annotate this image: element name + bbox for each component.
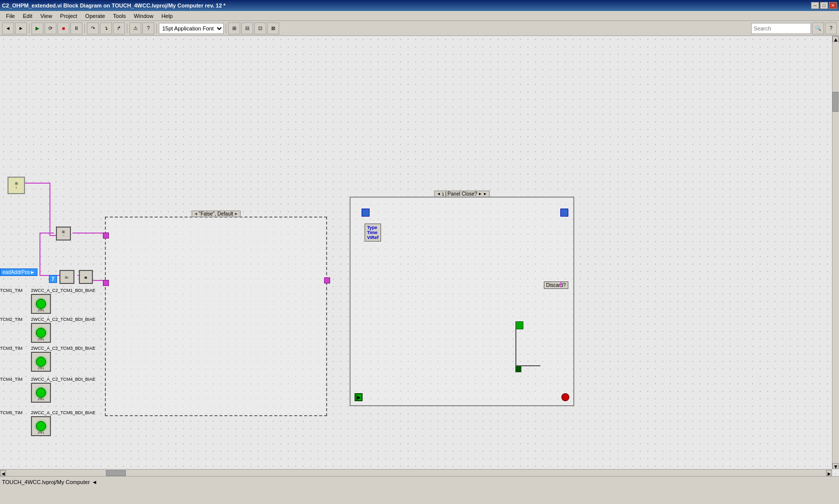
tcm2-led[interactable]: JTFL — [31, 323, 51, 343]
scrollbar-v-thumb[interactable] — [833, 92, 839, 112]
read-addr-label: eadAddrPos► — [0, 268, 37, 276]
tcm3-tim-label: TCM3_TIM — [0, 346, 22, 351]
menu-file[interactable]: File — [2, 12, 19, 20]
pause-button[interactable]: ⏸ — [70, 22, 82, 34]
toolbar-sep-3 — [127, 23, 127, 33]
event-node-tr — [560, 209, 568, 217]
search-button[interactable]: 🔍 — [812, 22, 824, 34]
abort-button[interactable]: ■ — [57, 22, 69, 34]
event-structure[interactable]: ◄ 1 | Panel Close? ► ► Type Time VIRef D… — [350, 197, 574, 406]
tcm3-led-circle — [36, 357, 46, 367]
tcm3-led[interactable]: JTFL — [31, 352, 51, 372]
close-button[interactable]: ✕ — [829, 2, 837, 9]
menu-tools[interactable]: Tools — [109, 12, 130, 20]
event-data-box: Type Time VIRef — [365, 224, 381, 242]
case-structure[interactable]: ◄ "False", Default ► — [105, 217, 327, 416]
title-bar: C2_OHPM_extended.vi Block Diagram on TOU… — [0, 0, 839, 11]
vertical-scrollbar[interactable]: ▲ ▼ — [832, 36, 839, 469]
run-button[interactable]: ▶ — [31, 22, 43, 34]
case-left-tunnel-1 — [103, 233, 109, 239]
context-help-button[interactable]: ? — [142, 22, 154, 34]
block-diagram-canvas[interactable]: ⊞↕ ◄ "False", Default ► ⊞ → eadAddrPos► … — [0, 36, 839, 488]
window-title: C2_OHPM_extended.vi Block Diagram on TOU… — [2, 2, 226, 8]
title-controls: ─ □ ✕ — [811, 2, 837, 9]
event-left-icon: ◄ — [437, 192, 441, 196]
tcm1-led-circle — [36, 299, 46, 309]
minimize-button[interactable]: ─ — [811, 2, 819, 9]
distribute-button[interactable]: ⊟ — [241, 22, 253, 34]
status-sep: ◄ — [92, 479, 97, 485]
tcm1-led[interactable]: JTFL — [31, 294, 51, 314]
discard-wire — [560, 281, 561, 287]
stop-indicator[interactable] — [561, 393, 569, 401]
back-button[interactable]: ◄ — [2, 22, 14, 34]
menu-project[interactable]: Project — [56, 12, 81, 20]
event-separator: | — [445, 191, 447, 197]
tcm5-led-circle — [36, 421, 46, 431]
align-button[interactable]: ⊞ — [228, 22, 240, 34]
tcm2-led-circle — [36, 328, 46, 338]
toolbar-sep-4 — [156, 23, 157, 33]
scrollbar-h-thumb[interactable] — [106, 470, 126, 476]
tcm3-led-text: JTFL — [37, 367, 44, 370]
top-left-vi-node[interactable]: ⊞↕ — [7, 177, 25, 194]
event-time-row: Time — [367, 230, 379, 235]
scrollbar-v-down[interactable]: ▼ — [833, 463, 839, 469]
menu-help[interactable]: Help — [157, 12, 177, 20]
warn-button[interactable]: ⚠ — [129, 22, 141, 34]
tcm5-led[interactable]: JTFL — [31, 416, 51, 436]
case-structure-label: ◄ "False", Default ► — [191, 211, 241, 217]
tcm1-vi-label: 2WCC_A_C2_TCM1_BDI_BIAE — [31, 288, 95, 293]
tcm1-tim-label: TCM1_TIM — [0, 288, 22, 293]
resize-button[interactable]: ⊡ — [254, 22, 266, 34]
tcm4-led-text: JTFL — [37, 398, 44, 401]
tcm2-tim-label: TCM2_TIM — [0, 317, 22, 322]
case-right-arrow[interactable]: ► — [234, 212, 238, 216]
toolbar-sep-2 — [84, 23, 85, 33]
menu-view[interactable]: View — [36, 12, 56, 20]
case-left-arrow[interactable]: ◄ — [194, 212, 198, 216]
node-3[interactable]: ▣ — [79, 270, 93, 284]
tcm4-vi-label: 2WCC_A_C2_TCM4_BDI_BIAE — [31, 377, 95, 382]
forward-button[interactable]: ► — [15, 22, 27, 34]
discard-node[interactable]: Discard? — [544, 281, 568, 289]
tcm2-led-text: JTFL — [37, 338, 44, 341]
event-viref-row: VIRef — [367, 235, 379, 240]
event-type-row: Type — [367, 225, 379, 230]
run-continuously-button[interactable]: ⟳ — [44, 22, 56, 34]
tcm1-led-text: JTFL — [37, 309, 44, 312]
tcm4-tim-label: TCM4_TIM — [0, 377, 22, 382]
help-button[interactable]: ? — [825, 22, 837, 34]
menu-edit[interactable]: Edit — [19, 12, 36, 20]
toolbar-sep-1 — [29, 23, 29, 33]
node-2[interactable]: ⊞↕ — [59, 270, 74, 284]
font-selector[interactable]: 15pt Application Font — [159, 23, 224, 34]
case-value-label: "False", Default — [199, 211, 233, 217]
scrollbar-h-right[interactable]: ► — [826, 470, 832, 476]
search-input[interactable] — [751, 23, 811, 34]
tcm5-tim-label: TCM5_TIM — [0, 410, 22, 415]
toolbar: ◄ ► ▶ ⟳ ■ ⏸ ↷ ↴ ↱ ⚠ ? 15pt Application F… — [0, 21, 839, 36]
scrollbar-h-left[interactable]: ◄ — [0, 470, 6, 476]
maximize-button[interactable]: □ — [820, 2, 828, 9]
tcm5-led-text: JTFL — [37, 431, 44, 434]
tcm4-led[interactable]: JTFL — [31, 383, 51, 403]
event-node-tl — [362, 209, 370, 217]
event-label: Panel Close? — [447, 191, 477, 197]
step-over-button[interactable]: ↷ — [87, 22, 99, 34]
case-right-tunnel — [324, 277, 330, 283]
step-out-button[interactable]: ↱ — [113, 22, 125, 34]
horizontal-scrollbar[interactable]: ◄ ► — [0, 469, 832, 476]
play-indicator[interactable]: ▶ — [355, 393, 363, 401]
scrollbar-v-up[interactable]: ▲ — [833, 36, 839, 42]
step-into-button[interactable]: ↴ — [100, 22, 112, 34]
event-wire-junction — [515, 321, 540, 366]
tcm5-vi-label: 2WCC_A_C2_TCM5_BDI_BIAE — [31, 410, 95, 415]
event-rightmost-icon: ► — [483, 192, 487, 196]
node-1[interactable]: ⊞ → — [56, 227, 71, 241]
event-structure-header: ◄ 1 | Panel Close? ► ► — [434, 191, 490, 197]
menu-window[interactable]: Window — [130, 12, 157, 20]
green-fill-square — [515, 366, 521, 372]
reorder-button[interactable]: ⊠ — [267, 22, 279, 34]
menu-operate[interactable]: Operate — [81, 12, 109, 20]
